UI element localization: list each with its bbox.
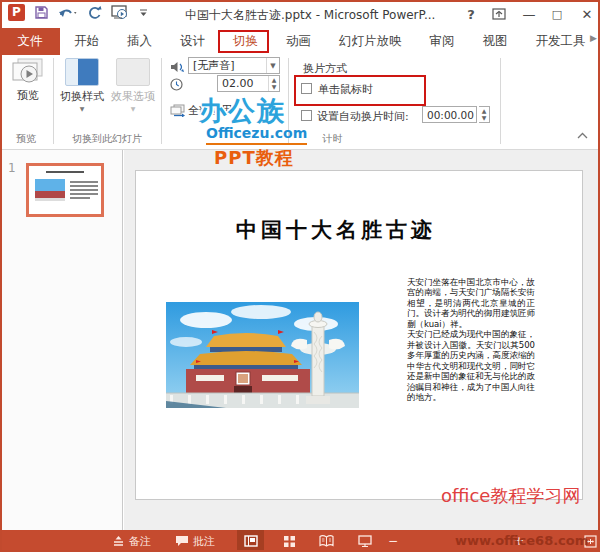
zoom-out-button[interactable]: − [388, 530, 398, 552]
after-time-label[interactable]: 设置自动换片时间: [317, 109, 409, 124]
work-area: 1 中国十大名胜古迹 [0, 150, 600, 530]
undo-icon[interactable] [58, 6, 78, 20]
normal-view-icon [244, 535, 258, 547]
on-mouse-click-checkbox[interactable] [301, 83, 312, 94]
spinner-arrows[interactable]: ▲ ▼ [268, 76, 279, 91]
notes-icon [112, 535, 125, 547]
after-time-spinner[interactable]: 00:00.00 [422, 106, 477, 123]
preview-button[interactable]: 预览 [8, 58, 48, 103]
chevron-down-icon[interactable]: ▼ [266, 58, 279, 73]
clock-icon [170, 76, 183, 95]
maximize-button[interactable]: □ [544, 0, 570, 28]
on-mouse-click-label[interactable]: 单击鼠标时 [318, 82, 373, 97]
redo-icon[interactable] [87, 5, 102, 20]
tabs-overflow-arrow[interactable]: ▶ [590, 33, 597, 43]
slideshow-view-icon [358, 535, 372, 547]
slide-canvas: 中国十大名胜古迹 [124, 150, 600, 530]
powerpoint-window: P 中国十大名胜古迹.pptx - Microsoft PowerP... ? … [0, 0, 600, 552]
collapse-ribbon-icon[interactable] [577, 124, 588, 143]
slide-body-text[interactable]: 天安门坐落在中国北京市中心，故宫的南端，与天安门广场隔长安街相望，是明清两代北京… [407, 277, 535, 402]
spinner-arrows[interactable]: ▲ ▼ [479, 106, 490, 123]
effect-options-button[interactable]: 效果选项 ▼ [109, 58, 157, 111]
group-label-preview: 预览 [0, 132, 52, 146]
close-button[interactable]: ✕ [574, 0, 600, 28]
thumbnail-title-line [46, 171, 83, 173]
transition-style-label: 切换样式 [60, 89, 104, 104]
tab-transitions[interactable]: 切换 [219, 28, 272, 55]
quick-access-toolbar: P [8, 4, 148, 21]
notes-button[interactable]: 备注 [112, 530, 151, 552]
tab-review[interactable]: 审阅 [416, 28, 469, 55]
watermark-site-name: office教程学习网 [441, 484, 580, 508]
sound-value: [无声音] [189, 58, 266, 73]
ribbon-tabs: 文件 开始 插入 设计 切换 动画 幻灯片放映 审阅 视图 开发工具 [0, 28, 600, 55]
tab-slideshow[interactable]: 幻灯片放映 [325, 28, 416, 55]
group-divider [161, 58, 162, 144]
slide-sorter-button[interactable] [276, 530, 303, 552]
slideshow-view-button[interactable] [351, 530, 378, 552]
sound-icon [170, 58, 185, 77]
group-label-transition: 切换到此幻灯片 [57, 132, 157, 146]
transition-style-icon [65, 58, 99, 86]
thumbnail-text-line [70, 189, 98, 191]
preview-button-label: 预览 [17, 88, 39, 103]
tab-developer[interactable]: 开发工具 [522, 28, 600, 55]
slide-page[interactable]: 中国十大名胜古迹 [135, 170, 583, 500]
preview-icon [12, 58, 44, 88]
help-button[interactable]: ? [458, 0, 484, 28]
reading-view-icon [319, 535, 334, 547]
body-paragraph: 天安门已经成为现代中国的象征，并被设计入国徽。天安门以其500多年厚重的历史内涵… [407, 329, 535, 402]
slide-thumbnail-panel: 1 [0, 150, 123, 530]
tab-home[interactable]: 开始 [60, 28, 113, 55]
tab-insert[interactable]: 插入 [113, 28, 166, 55]
slide-title[interactable]: 中国十大名胜古迹 [191, 216, 481, 244]
reading-view-button[interactable] [313, 530, 340, 552]
comments-label: 批注 [193, 534, 215, 549]
effect-options-icon [116, 58, 150, 86]
advance-slide-label: 换片方式 [303, 61, 347, 76]
tiananmen-photo[interactable] [166, 302, 359, 408]
duration-spinner[interactable]: 02.00 ▲ ▼ [217, 75, 280, 92]
comments-icon [175, 535, 189, 547]
customize-qat-icon[interactable] [139, 8, 148, 17]
slide-number: 1 [8, 161, 16, 175]
slide-thumbnail-selected[interactable] [26, 163, 104, 217]
watermark-ppt-tutorial: PPT教程 [214, 146, 294, 170]
spin-down-icon[interactable]: ▼ [269, 84, 279, 92]
duration-value: 02.00 [218, 77, 268, 90]
body-paragraph: 天安门坐落在中国北京市中心，故宫的南端，与天安门广场隔长安街相望，是明清两代北京… [407, 277, 535, 329]
group-divider [53, 58, 54, 144]
comments-button[interactable]: 批注 [175, 530, 215, 552]
spin-down-icon[interactable]: ▼ [479, 115, 489, 123]
title-bar: P 中国十大名胜古迹.pptx - Microsoft PowerP... ? … [0, 0, 600, 28]
save-icon[interactable] [34, 5, 49, 20]
notes-label: 备注 [129, 534, 151, 549]
chevron-down-icon: ▼ [80, 106, 85, 111]
thumbnail-text-line [70, 197, 90, 199]
sound-dropdown[interactable]: [无声音] ▼ [188, 57, 280, 74]
watermark-brand: 办公族 [199, 93, 286, 129]
thumbnail-text-line [70, 181, 98, 183]
slideshow-from-start-icon[interactable] [111, 5, 130, 20]
thumbnail-image [35, 179, 65, 201]
thumbnail-text-line [70, 185, 98, 187]
after-time-value: 00:00.00 [423, 109, 476, 121]
apply-to-all-icon [170, 102, 185, 121]
tab-file[interactable]: 文件 [0, 28, 60, 55]
group-divider [500, 58, 501, 144]
transition-style-button[interactable]: 切换样式 ▼ [58, 58, 106, 111]
watermark-brand-site: Officezu.com [206, 125, 307, 145]
ribbon-display-options-icon[interactable] [486, 0, 512, 28]
powerpoint-logo-icon[interactable]: P [8, 4, 25, 21]
chevron-down-icon: ▼ [131, 106, 136, 111]
after-time-checkbox[interactable] [301, 110, 312, 121]
watermark-site-url: www.office68.com [455, 533, 588, 548]
tab-view[interactable]: 视图 [469, 28, 522, 55]
effect-options-label: 效果选项 [111, 89, 155, 104]
slide-sorter-icon [283, 535, 296, 548]
thumbnail-text-line [70, 193, 98, 195]
tab-design[interactable]: 设计 [166, 28, 219, 55]
tab-animations[interactable]: 动画 [272, 28, 325, 55]
minimize-button[interactable]: — [516, 0, 542, 28]
normal-view-button[interactable] [237, 530, 264, 552]
